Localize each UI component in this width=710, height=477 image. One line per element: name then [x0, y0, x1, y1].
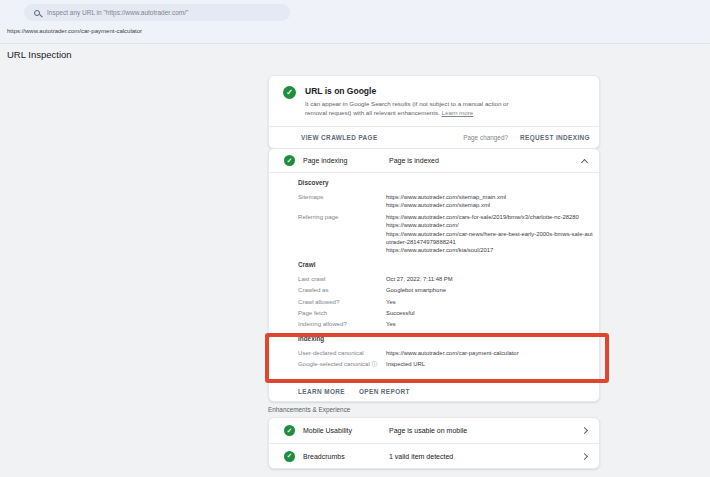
check-circle-icon: ✓: [284, 425, 295, 436]
breadcrumbs-row[interactable]: ✓ Breadcrumbs 1 valid item detected: [269, 443, 599, 468]
crawl-row-value: Yes: [386, 320, 396, 328]
referring-page-url: https://www.autotrader.com/car-news/here…: [386, 230, 593, 247]
enhancements-card: ✓ Mobile Usability Page is usable on mob…: [268, 417, 600, 469]
sitemap-url: https://www.autotrader.com/sitemap_main.…: [386, 193, 593, 201]
chevron-right-icon[interactable]: [581, 452, 588, 459]
page-changed-label: Page changed?: [463, 134, 508, 141]
url-inspect-search-input[interactable]: Inspect any URL in "https://www.autotrad…: [24, 4, 290, 21]
user-declared-canonical-label: User-declared canonical: [298, 349, 386, 357]
sitemaps-row: Sitemaps https://www.autotrader.com/site…: [298, 193, 593, 210]
verdict-card: ✓ URL is on Google It can appear in Goog…: [268, 75, 600, 149]
mobile-usability-status: Page is usable on mobile: [389, 427, 582, 434]
sitemaps-label: Sitemaps: [298, 193, 386, 210]
referring-page-row: Referring page https://www.autotrader.co…: [298, 213, 593, 255]
google-selected-canonical-text: Google-selected canonical: [298, 360, 370, 367]
user-declared-canonical-value: https://www.autotrader.com/car-payment-c…: [386, 349, 519, 357]
check-circle-icon: ✓: [283, 86, 296, 99]
referring-page-url: https://www.autotrader.com/cars-for-sale…: [386, 213, 593, 221]
check-circle-icon: ✓: [284, 451, 295, 462]
crawl-row-label: Indexing allowed?: [298, 320, 386, 328]
crawl-row-value: Googlebot smartphone: [386, 286, 446, 294]
crawl-row-value: Successful: [386, 309, 414, 317]
referring-page-label: Referring page: [298, 213, 386, 255]
page-indexing-details: Discovery Sitemaps https://www.autotrade…: [269, 173, 599, 382]
google-selected-canonical-value: Inspected URL: [386, 360, 425, 368]
search-placeholder: Inspect any URL in "https://www.autotrad…: [47, 9, 188, 16]
breadcrumbs-status: 1 valid item detected: [389, 453, 582, 460]
check-glyph: ✓: [287, 452, 292, 460]
chevron-right-icon[interactable]: [581, 427, 588, 434]
check-glyph: ✓: [287, 157, 292, 165]
crawl-row-value: Oct 27, 2022, 7:11:48 PM: [386, 275, 453, 283]
google-selected-canonical-row: Google-selected canonicalⓘ Inspected URL: [298, 360, 593, 368]
view-crawled-page-button[interactable]: VIEW CRAWLED PAGE: [301, 134, 378, 141]
referring-page-url: https://www.autotrader.com/kia/soul/2017: [386, 246, 593, 254]
crawl-row-label: Crawled as: [298, 286, 386, 294]
crawl-row: Last crawl Oct 27, 2022, 7:11:48 PM: [298, 275, 593, 283]
mobile-usability-label: Mobile Usability: [303, 427, 389, 434]
chevron-up-icon[interactable]: [581, 158, 588, 165]
learn-more-button[interactable]: LEARN MORE: [298, 388, 345, 395]
verdict-title: URL is on Google: [305, 86, 529, 96]
crawl-row: Page fetch Successful: [298, 309, 593, 317]
page-indexing-status: Page is indexed: [389, 157, 582, 164]
check-glyph: ✓: [287, 427, 292, 435]
indexing-section-heading: Indexing: [298, 335, 593, 343]
google-selected-canonical-label: Google-selected canonicalⓘ: [298, 360, 386, 368]
referring-page-url: https://www.autotrader.com/: [386, 221, 593, 229]
sitemap-url: https://www.autotrader.com/sitemap.xml: [386, 201, 593, 209]
crawl-row-label: Crawl allowed?: [298, 298, 386, 306]
inspected-url-breadcrumb: https://www.autotrader.com/car-payment-c…: [7, 28, 142, 34]
info-icon[interactable]: ⓘ: [372, 361, 378, 367]
mobile-usability-row[interactable]: ✓ Mobile Usability Page is usable on mob…: [269, 418, 599, 443]
crawl-row: Crawl allowed? Yes: [298, 298, 593, 306]
crawl-row: Indexing allowed? Yes: [298, 320, 593, 328]
page-title: URL Inspection: [7, 49, 72, 60]
search-icon: [34, 10, 40, 16]
page-indexing-card: ✓ Page indexing Page is indexed Discover…: [268, 148, 600, 402]
crawl-row-label: Page fetch: [298, 309, 386, 317]
page-indexing-footer: LEARN MORE OPEN REPORT: [269, 382, 599, 401]
verdict-description: It can appear in Google Search results (…: [305, 100, 529, 118]
verdict-description-text: It can appear in Google Search results (…: [305, 100, 509, 116]
user-declared-canonical-row: User-declared canonical https://www.auto…: [298, 349, 593, 357]
page-indexing-header[interactable]: ✓ Page indexing Page is indexed: [269, 149, 599, 173]
open-report-button[interactable]: OPEN REPORT: [359, 388, 410, 395]
check-glyph: ✓: [286, 88, 293, 97]
verdict-card-main: ✓ URL is on Google It can appear in Goog…: [269, 76, 599, 126]
crawl-row-value: Yes: [386, 298, 396, 306]
page-indexing-title: Page indexing: [303, 157, 389, 164]
check-circle-icon: ✓: [284, 155, 295, 166]
learn-more-link[interactable]: Learn more: [442, 109, 474, 116]
request-indexing-button[interactable]: REQUEST INDEXING: [520, 134, 590, 141]
discovery-section-heading: Discovery: [298, 179, 593, 187]
top-bar: Inspect any URL in "https://www.autotrad…: [0, 0, 710, 44]
crawl-section-heading: Crawl: [298, 261, 593, 269]
crawl-row-label: Last crawl: [298, 275, 386, 283]
verdict-card-footer: VIEW CRAWLED PAGE Page changed? REQUEST …: [269, 126, 599, 148]
crawl-row: Crawled as Googlebot smartphone: [298, 286, 593, 294]
enhancements-heading: Enhancements & Experience: [268, 406, 350, 413]
breadcrumbs-label: Breadcrumbs: [303, 453, 389, 460]
